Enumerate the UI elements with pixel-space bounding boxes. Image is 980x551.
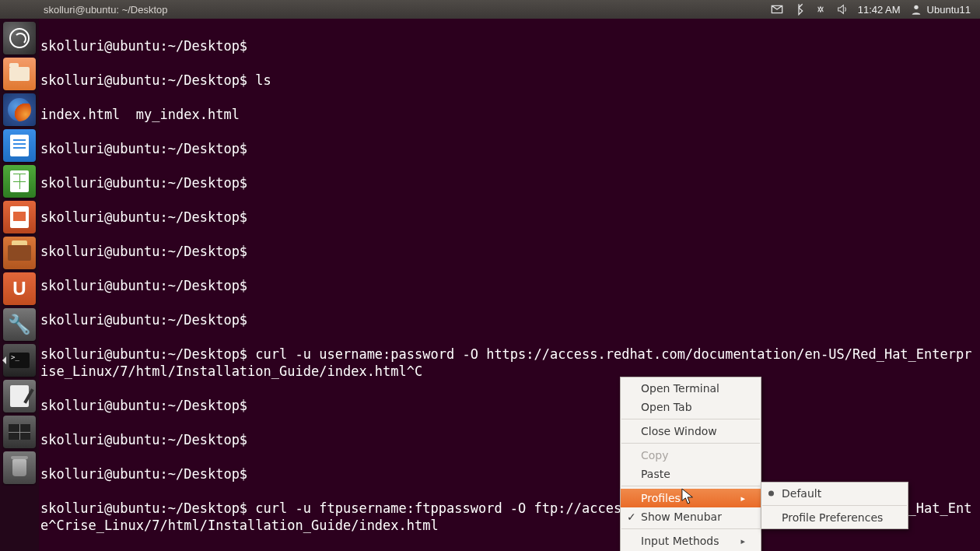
- firefox-icon[interactable]: [3, 93, 36, 126]
- terminal-line: skolluri@ubuntu:~/Desktop$: [40, 37, 978, 54]
- gedit-icon[interactable]: [3, 380, 36, 412]
- terminal-line: skolluri@ubuntu:~/Desktop$ curl -u usern…: [40, 346, 978, 380]
- menu-input-methods[interactable]: Input Methods▸: [621, 532, 761, 550]
- window-title: skolluri@ubuntu: ~/Desktop: [0, 4, 168, 16]
- menu-profiles[interactable]: Profiles▸: [621, 489, 761, 507]
- menu-copy: Copy: [621, 446, 761, 465]
- terminal-context-menu: Open Terminal Open Tab Close Window Copy…: [620, 377, 761, 551]
- radio-icon: [768, 491, 774, 497]
- terminal-output[interactable]: skolluri@ubuntu:~/Desktop$ skolluri@ubun…: [39, 19, 980, 551]
- menu-paste[interactable]: Paste: [621, 465, 761, 483]
- menu-separator: [621, 528, 760, 529]
- terminal-line: skolluri@ubuntu:~/Desktop$: [40, 140, 978, 157]
- volume-icon[interactable]: [836, 3, 849, 16]
- ubuntu-one-icon[interactable]: U: [3, 272, 36, 305]
- terminal-line: skolluri@ubuntu:~/Desktop$: [40, 397, 978, 414]
- menu-profile-preferences[interactable]: Profile Preferences: [761, 508, 908, 527]
- terminal-line: index.html my_index.html: [40, 106, 978, 123]
- terminal-line: skolluri@ubuntu:~/Desktop$: [40, 209, 978, 226]
- user-name: Ubuntu11: [927, 4, 971, 16]
- trash-icon[interactable]: [3, 451, 36, 484]
- unity-launcher: U 🔧 >_: [0, 19, 39, 551]
- terminal-icon[interactable]: >_: [3, 344, 36, 377]
- terminal-line: skolluri@ubuntu:~/Desktop$ ls: [40, 72, 978, 89]
- menu-close-window[interactable]: Close Window: [621, 422, 761, 440]
- menu-open-tab[interactable]: Open Tab: [621, 398, 761, 416]
- profiles-submenu: Default Profile Preferences: [761, 482, 908, 529]
- terminal-line: skolluri@ubuntu:~/Desktop$: [40, 277, 978, 294]
- writer-icon[interactable]: [3, 129, 36, 162]
- chevron-right-icon: ▸: [740, 536, 745, 546]
- bluetooth-icon[interactable]: [793, 3, 805, 16]
- terminal-line: skolluri@ubuntu:~/Desktop$: [40, 311, 978, 328]
- menu-separator: [621, 486, 760, 486]
- terminal-line: skolluri@ubuntu:~/Desktop$: [40, 465, 978, 483]
- chevron-right-icon: ▸: [740, 493, 745, 504]
- menu-separator: [621, 419, 760, 419]
- software-center-icon[interactable]: [3, 237, 36, 269]
- terminal-line: skolluri@ubuntu:~/Desktop$: [40, 174, 978, 191]
- user-menu[interactable]: Ubuntu11: [910, 3, 971, 16]
- check-icon: ✓: [627, 511, 636, 523]
- menu-separator: [621, 443, 760, 444]
- impress-icon[interactable]: [3, 201, 36, 233]
- mail-icon[interactable]: [771, 3, 783, 16]
- calc-icon[interactable]: [3, 165, 36, 198]
- menu-separator: [762, 505, 907, 506]
- files-icon[interactable]: [3, 58, 36, 90]
- terminal-line: skolluri@ubuntu:~/Desktop$: [40, 243, 978, 260]
- network-icon[interactable]: [814, 3, 827, 16]
- menu-profile-default[interactable]: Default: [761, 484, 908, 503]
- clock[interactable]: 11:42 AM: [858, 4, 901, 16]
- settings-icon[interactable]: 🔧: [3, 308, 36, 341]
- menu-open-terminal[interactable]: Open Terminal: [621, 379, 761, 398]
- workspace-switcher-icon[interactable]: [3, 416, 36, 448]
- dash-icon[interactable]: [3, 22, 36, 54]
- terminal-line: skolluri@ubuntu:~/Desktop$: [40, 431, 978, 448]
- top-menubar: skolluri@ubuntu: ~/Desktop 11:42 AM Ubun…: [0, 0, 980, 19]
- menu-show-menubar[interactable]: ✓ Show Menubar: [621, 507, 761, 526]
- svg-point-0: [914, 5, 918, 9]
- indicator-area: 11:42 AM Ubuntu11: [771, 3, 980, 16]
